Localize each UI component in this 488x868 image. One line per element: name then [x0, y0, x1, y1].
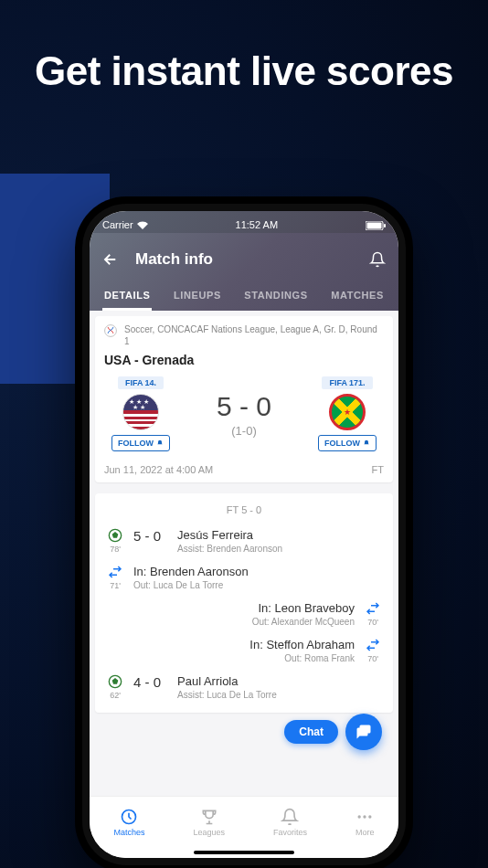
svg-point-3: [105, 325, 117, 337]
goal-icon: [108, 674, 122, 689]
back-icon[interactable]: [102, 251, 119, 268]
event-player: Jesús Ferreira: [177, 528, 384, 542]
chat-icon: [355, 724, 372, 740]
bell-icon: [281, 808, 299, 826]
event-player-in: In: Leon Braveboy: [104, 601, 355, 615]
event-row[interactable]: 70' In: Leon Braveboy Out: Alexander McQ…: [104, 596, 384, 632]
svg-marker-7: [112, 678, 119, 684]
app-header: Match info DETAILS LINEUPS STANDINGS MAT…: [90, 233, 398, 311]
main-score: 5 - 0: [217, 391, 271, 422]
home-flag[interactable]: [122, 394, 159, 430]
match-title: USA - Grenada: [104, 353, 384, 367]
event-score: 5 - 0: [133, 528, 170, 544]
home-indicator[interactable]: [90, 847, 398, 858]
chat-button[interactable]: Chat: [284, 720, 338, 744]
event-minute: 70': [367, 618, 378, 627]
home-team-col: FIFA 14. FOLLOW: [108, 376, 174, 451]
home-follow-button[interactable]: FOLLOW: [111, 435, 170, 451]
tab-matches[interactable]: MATCHES: [329, 282, 386, 311]
tab-lineups[interactable]: LINEUPS: [172, 282, 223, 311]
halftime-score: (1-0): [217, 424, 271, 438]
svg-point-10: [364, 815, 366, 818]
device-frame: Carrier 11:52 AM Match info DETAILS LINE…: [75, 196, 413, 868]
battery-icon: [366, 221, 386, 230]
svg-marker-5: [112, 532, 119, 538]
event-player-out: Out: Roma Frank: [104, 653, 355, 663]
match-summary-card: Soccer, CONCACAF Nations League, League …: [95, 316, 393, 482]
event-minute: 78': [110, 545, 121, 554]
event-player-in: In: Brenden Aaronson: [133, 565, 384, 578]
svg-rect-2: [384, 224, 386, 228]
match-status: FT: [372, 464, 384, 475]
event-player: Paul Arriola: [177, 674, 384, 688]
nav-favorites[interactable]: Favorites: [273, 808, 307, 837]
bell-icon[interactable]: [369, 251, 386, 268]
events-card: FT 5 - 0 78' 5 - 0 Jesús Ferreira Assist…: [95, 493, 393, 713]
away-follow-button[interactable]: FOLLOW: [318, 435, 377, 451]
competition-name: Soccer, CONCACAF Nations League, League …: [124, 323, 384, 347]
nav-leagues[interactable]: Leagues: [193, 808, 225, 837]
event-score: 4 - 0: [133, 674, 170, 690]
event-player-out: Out: Luca De La Torre: [133, 580, 384, 590]
substitution-icon: [366, 638, 380, 652]
event-row[interactable]: 78' 5 - 0 Jesús Ferreira Assist: Brenden…: [104, 523, 384, 559]
event-player-in: In: Steffon Abraham: [104, 638, 355, 651]
event-row[interactable]: 71' In: Brenden Aaronson Out: Luca De La…: [104, 559, 384, 596]
event-minute: 71': [110, 581, 121, 590]
nav-more[interactable]: More: [355, 808, 375, 837]
tab-details[interactable]: DETAILS: [102, 282, 152, 311]
event-minute: 70': [367, 654, 378, 663]
svg-rect-1: [366, 223, 381, 229]
page-title: Match info: [135, 250, 353, 269]
svg-point-11: [368, 815, 371, 818]
home-fifa-badge: FIFA 14.: [118, 376, 164, 389]
svg-point-9: [358, 815, 361, 818]
substitution-icon: [366, 601, 380, 616]
event-assist: Assist: Brenden Aaronson: [177, 544, 384, 554]
clock: 11:52 AM: [236, 219, 278, 230]
chat-fab[interactable]: [345, 714, 382, 750]
clock-icon: [120, 808, 138, 826]
competition-icon: [104, 324, 117, 337]
more-icon: [355, 808, 374, 826]
tab-standings[interactable]: STANDINGS: [242, 282, 309, 311]
events-ft-header: FT 5 - 0: [104, 501, 384, 523]
carrier-label: Carrier: [102, 219, 133, 230]
away-team-col: FIFA 171. FOLLOW: [314, 376, 380, 451]
match-date: Jun 11, 2022 at 4:00 AM: [104, 464, 213, 475]
event-assist: Assist: Luca De La Torre: [177, 690, 384, 700]
wifi-icon: [137, 221, 148, 229]
substitution-icon: [108, 565, 122, 579]
event-player-out: Out: Alexander McQueen: [104, 617, 355, 627]
away-fifa-badge: FIFA 171.: [322, 376, 372, 389]
event-row[interactable]: 70' In: Steffon Abraham Out: Roma Frank: [104, 632, 384, 669]
away-flag[interactable]: [329, 394, 366, 430]
nav-matches[interactable]: Matches: [113, 808, 144, 837]
promo-headline: Get instant live scores: [0, 50, 488, 92]
goal-icon: [108, 528, 122, 543]
bottom-nav: Matches Leagues Favorites More: [90, 796, 398, 847]
trophy-icon: [200, 808, 218, 826]
status-bar: Carrier 11:52 AM: [90, 211, 398, 233]
event-minute: 62': [110, 691, 121, 700]
event-row[interactable]: 62' 4 - 0 Paul Arriola Assist: Luca De L…: [104, 669, 384, 705]
